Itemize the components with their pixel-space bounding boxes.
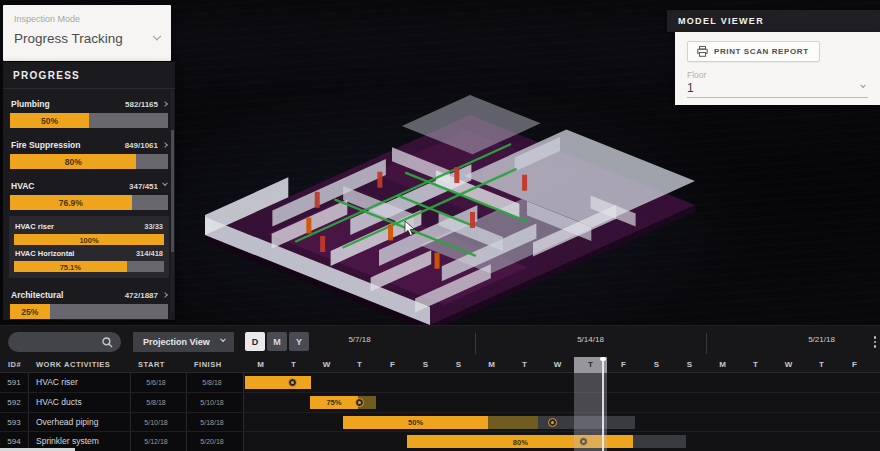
progress-subitem-header: HVAC Horizontal314/418 [14,247,164,261]
progress-subitem-header: HVAC riser33/33 [14,220,164,234]
row-table-block: 592HVAC ducts5/8/185/10/18 [0,393,244,412]
gantt-row-593[interactable]: 593Overhead piping5/10/185/18/1850% [0,413,880,433]
gantt-row-594[interactable]: 594Sprinkler system5/12/185/20/1880% [0,432,880,451]
progress-percent-label: 25% [21,307,38,317]
progress-percent-label: 100% [79,235,98,244]
day-header[interactable]: T [805,357,838,373]
day-header[interactable]: F [607,357,640,373]
row-id: 593 [0,413,28,432]
inspection-mode-select[interactable]: Progress Tracking [14,31,160,46]
row-start-date: 5/8/18 [130,393,182,412]
search-box[interactable] [8,332,121,352]
gantt-bar-592[interactable]: 75% [310,396,376,409]
gantt-row-591[interactable]: 591HVAC riser5/6/185/8/18 [0,373,880,393]
chevron-down-icon[interactable] [162,180,168,186]
sub-progress-bar-hvac-riser: 100% [14,234,164,245]
day-header[interactable]: S [442,357,475,373]
projection-view-label: Projection View [143,337,210,347]
count-text: 472/1887 [125,291,158,300]
progress-subitem-name: HVAC riser [15,222,54,231]
bar-segment-partial [488,416,538,429]
progress-subitem-hvac-horizontal[interactable]: HVAC Horizontal314/41875.1% [14,245,164,272]
floor-select[interactable]: 1 [687,80,868,98]
row-finish-date: 5/10/18 [186,393,238,412]
progress-subpanel: HVAC riser33/33100%HVAC Horizontal314/41… [9,216,169,278]
model-viewer-title: MODEL VIEWER [667,10,880,32]
chevron-down-icon [153,31,161,39]
day-header[interactable]: W [772,357,805,373]
progress-item-architectural[interactable]: Architectural472/188725% [3,285,175,319]
progress-bar-plumbing: 50% [10,113,168,128]
day-header[interactable]: F [838,357,871,373]
progress-item-fire-suppression[interactable]: Fire Suppression849/106180% [3,135,175,169]
model-viewer-body: PRINT SCAN REPORT Floor 1 [675,32,880,105]
app-root: Inspection Mode Progress Tracking PROGRE… [0,0,880,451]
day-header[interactable]: M [475,357,508,373]
gantt-bar-593[interactable]: 50% [343,416,635,429]
gantt-header-row: ID#WORK ACTIVITIESSTARTFINISHMTWTFSSMTWT… [0,357,880,373]
column-header-id-: ID# [8,357,21,373]
day-header-today[interactable]: T [574,357,607,373]
day-header[interactable]: M [706,357,739,373]
progress-item-name: Plumbing [11,99,50,109]
progress-scrollbar[interactable] [171,90,174,312]
column-separator [28,373,29,392]
row-activity: Overhead piping [36,413,98,432]
progress-item-count: 347/451 [129,182,167,191]
day-header[interactable]: T [508,357,541,373]
gantt-section: Projection View DMY 5/7/185/14/185/21/18… [0,325,880,451]
progress-percent-label: 50% [41,116,58,126]
bar-percent-label: 75% [326,398,341,407]
chevron-down-icon [860,82,866,88]
column-separator [28,413,29,432]
day-header[interactable]: S [640,357,673,373]
week-label: 5/14/18 [475,335,706,349]
chevron-right-icon[interactable] [162,292,168,298]
projection-view-dropdown[interactable]: Projection View [133,332,234,352]
bar-percent-label: 80% [513,437,528,446]
progress-item-header[interactable]: Architectural472/1887 [10,287,168,304]
chevron-down-icon [220,336,226,342]
progress-item-plumbing[interactable]: Plumbing582/116550% [3,94,175,128]
gantt-bar-591[interactable] [245,376,311,389]
day-header[interactable]: W [541,357,574,373]
scan-marker-icon[interactable] [355,398,364,407]
search-input[interactable] [16,336,102,348]
column-header-finish: FINISH [194,357,222,373]
row-start-date: 5/6/18 [130,373,182,392]
day-header[interactable]: S [409,357,442,373]
week-label: 5/7/18 [244,335,475,349]
day-header[interactable]: T [739,357,772,373]
day-header[interactable]: W [310,357,343,373]
day-header[interactable]: S [871,357,880,373]
gantt-row-592[interactable]: 592HVAC ducts5/8/185/10/1875% [0,393,880,413]
chevron-right-icon[interactable] [162,142,168,148]
progress-item-header[interactable]: HVAC347/451 [10,178,168,195]
day-header[interactable]: M [244,357,277,373]
progress-item-hvac[interactable]: HVAC347/45176.9%HVAC riser33/33100%HVAC … [3,176,175,278]
progress-bar-hvac: 76.9% [10,195,168,210]
floor-value: 1 [687,81,694,95]
progress-item-header[interactable]: Plumbing582/1165 [10,96,168,113]
chevron-right-icon[interactable] [162,101,168,107]
row-activity: HVAC riser [36,373,78,392]
gantt-bar-594[interactable]: 80% [407,435,686,448]
progress-item-count: 849/1061 [125,141,167,150]
progress-subitem-name: HVAC Horizontal [15,249,74,258]
row-id: 592 [0,393,28,412]
scan-marker-icon[interactable] [548,418,557,427]
row-table-block: 591HVAC riser5/6/185/8/18 [0,373,244,392]
day-header[interactable]: T [343,357,376,373]
day-header[interactable]: F [376,357,409,373]
print-scan-report-button[interactable]: PRINT SCAN REPORT [687,41,820,62]
progress-item-name: HVAC [11,181,34,191]
progress-panel: PROGRESS Plumbing582/116550%Fire Suppres… [3,62,175,320]
day-header[interactable]: T [277,357,310,373]
day-header[interactable]: S [673,357,706,373]
progress-subitem-hvac-riser[interactable]: HVAC riser33/33100% [14,218,164,245]
progress-subitem-count: 33/33 [144,222,163,231]
row-table-block: 593Overhead piping5/10/185/18/18 [0,413,244,432]
progress-item-header[interactable]: Fire Suppression849/1061 [10,137,168,154]
progress-item-count: 472/1887 [125,291,167,300]
floor-label: Floor [687,70,868,80]
